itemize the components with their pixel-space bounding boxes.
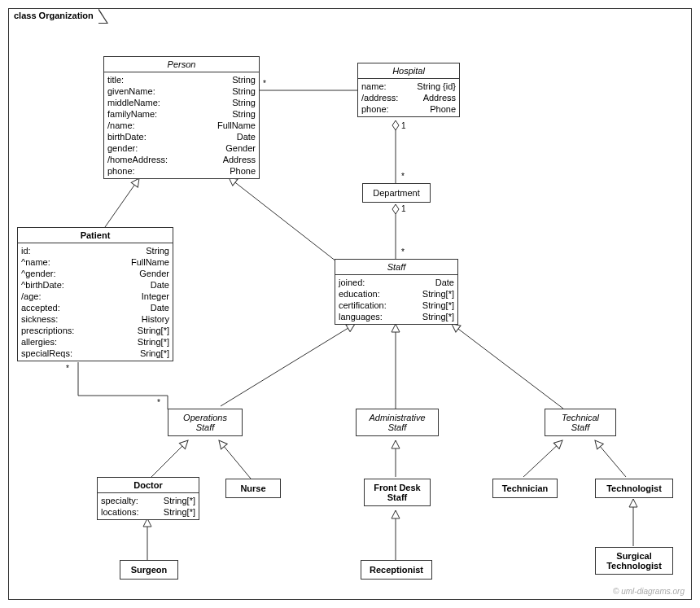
svg-line-4 [229, 177, 336, 261]
class-person-title: Person [104, 57, 259, 72]
attribute-row: certification:String[*] [339, 300, 454, 311]
class-tech-staff-title1: Technical [562, 413, 599, 422]
mult-ops-bottom: * [157, 398, 160, 407]
class-patient-title: Patient [81, 230, 111, 240]
class-frontdesk: Front Desk Staff [364, 479, 431, 506]
class-doctor: Doctor specialty:String[*]locations:Stri… [97, 477, 199, 520]
attribute-row: sickness:History [21, 313, 169, 325]
mult-dept-staff-1: 1 [401, 204, 406, 213]
class-receptionist: Receptionist [361, 560, 432, 580]
svg-line-12 [595, 440, 626, 477]
class-hospital-title: Hospital [358, 63, 459, 79]
class-person-body: title:StringgivenName:StringmiddleName:S… [104, 72, 259, 178]
attribute-row: /address:Address [361, 92, 456, 103]
class-frontdesk-title2: Staff [387, 492, 407, 502]
attribute-row: ^birthDate:Date [21, 279, 169, 291]
class-tech-staff: Technical Staff [545, 409, 616, 436]
class-patient-body: id:String^name:FullName^gender:Gender^bi… [18, 243, 173, 361]
class-tech-staff-title2: Staff [571, 422, 590, 432]
attribute-row: locations:String[*] [101, 506, 195, 518]
attribute-row: name:String {id} [361, 81, 456, 92]
attribute-row: accepted:Date [21, 302, 169, 313]
attribute-row: specialReqs:Sring[*] [21, 348, 169, 359]
attribute-row: /homeAddress:Address [107, 154, 256, 165]
class-admin-staff-title2: Staff [388, 422, 407, 432]
class-hospital-body: name:String {id}/address:Addressphone:Ph… [358, 79, 459, 116]
class-technologist-title: Technologist [596, 479, 672, 497]
class-receptionist-title: Receptionist [361, 561, 431, 579]
attribute-row: title:String [107, 74, 256, 85]
class-patient: Patient id:String^name:FullName^gender:G… [17, 227, 173, 361]
class-nurse-title: Nurse [226, 479, 280, 497]
attribute-row: /name:FullName [107, 120, 256, 131]
attribute-row: gender:Gender [107, 142, 256, 154]
mult-ops-top: * [66, 364, 69, 373]
class-staff: Staff joined:Dateeducation:String[*]cert… [335, 259, 458, 325]
svg-line-7 [452, 324, 563, 409]
attribute-row: familyName:String [107, 108, 256, 120]
class-surgtech: Surgical Technologist [595, 547, 673, 575]
class-surgeon-title: Surgeon [120, 561, 177, 579]
class-admin-staff: Administrative Staff [356, 409, 439, 436]
class-doctor-body: specialty:String[*]locations:String[*] [98, 493, 199, 519]
attribute-row: givenName:String [107, 85, 256, 97]
attribute-row: prescriptions:String[*] [21, 325, 169, 336]
class-doctor-title: Doctor [98, 478, 199, 493]
class-technician: Technician [492, 479, 558, 498]
class-person: Person title:StringgivenName:Stringmiddl… [103, 56, 260, 179]
attribute-row: middleName:String [107, 97, 256, 108]
svg-line-11 [523, 440, 562, 477]
class-department-title: Department [363, 184, 430, 202]
class-frontdesk-title1: Front Desk [374, 483, 420, 492]
class-nurse: Nurse [225, 479, 281, 498]
class-ops-staff-title1: Operations [183, 413, 227, 422]
class-admin-staff-title1: Administrative [369, 413, 425, 422]
svg-line-5 [221, 324, 355, 406]
class-department: Department [362, 183, 431, 203]
attribute-row: joined:Date [339, 277, 454, 288]
attribute-row: id:String [21, 245, 169, 256]
uml-frame: class Organization [8, 8, 692, 600]
class-surgtech-title2: Technologist [606, 561, 662, 571]
svg-line-9 [219, 440, 251, 479]
attribute-row: /age:Integer [21, 291, 169, 302]
class-staff-title: Staff [335, 260, 457, 275]
attribute-row: phone:Phone [361, 103, 456, 115]
mult-dept-staff-star: * [401, 247, 405, 256]
mult-hosp-dept-1: 1 [401, 121, 406, 130]
class-technician-title: Technician [493, 479, 557, 497]
svg-line-8 [151, 440, 188, 477]
attribute-row: education:String[*] [339, 288, 454, 300]
class-technologist: Technologist [595, 479, 673, 498]
attribute-row: languages:String[*] [339, 311, 454, 322]
class-ops-staff: Operations Staff [168, 409, 243, 436]
attribute-row: phone:Phone [107, 165, 256, 177]
attribute-row: specialty:String[*] [101, 495, 195, 506]
svg-line-3 [105, 178, 139, 227]
class-hospital: Hospital name:String {id}/address:Addres… [357, 63, 460, 117]
attribute-row: allergies:String[*] [21, 336, 169, 348]
class-ops-staff-title2: Staff [196, 422, 215, 432]
mult-person-hospital: * [263, 79, 266, 88]
mult-hosp-dept-star: * [401, 172, 405, 181]
class-staff-body: joined:Dateeducation:String[*]certificat… [335, 275, 457, 324]
class-surgtech-title1: Surgical [616, 551, 651, 561]
attribute-row: ^name:FullName [21, 256, 169, 268]
attribute-row: birthDate:Date [107, 131, 256, 142]
class-surgeon: Surgeon [120, 560, 178, 580]
attribute-row: ^gender:Gender [21, 268, 169, 279]
